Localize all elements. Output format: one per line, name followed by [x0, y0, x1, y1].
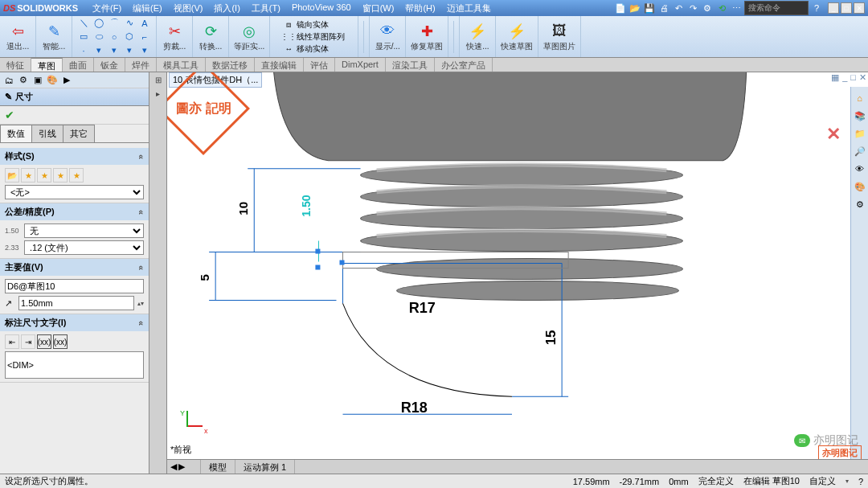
picture-button[interactable]: 🖼 草图图片 — [543, 22, 575, 52]
rebuild-icon[interactable]: ⟲ — [715, 2, 728, 14]
move-entities-button[interactable]: ↔移动实体 — [283, 43, 345, 55]
circle-tool-icon[interactable]: ◯ — [92, 18, 105, 29]
display-button[interactable]: 👁 显示/... — [375, 22, 400, 52]
tab-sheetmetal[interactable]: 钣金 — [94, 58, 125, 72]
more2-icon[interactable]: ▾ — [108, 45, 121, 56]
exit-sketch-button[interactable]: ⇦ 退出... — [5, 22, 31, 52]
tolerance-section-header[interactable]: 公差/精度(P) — [0, 203, 149, 220]
point-tool-icon[interactable]: · — [77, 45, 90, 56]
display-icon[interactable]: ▣ — [32, 75, 43, 86]
more1-icon[interactable]: ▾ — [92, 45, 105, 56]
style-fav2-icon[interactable]: ★ — [37, 168, 51, 182]
min-button[interactable]: _ — [828, 2, 839, 14]
menu-tools[interactable]: 工具(T) — [247, 1, 285, 16]
ellipse-tool-icon[interactable]: ○ — [108, 31, 121, 43]
mirror-button[interactable]: ⧈镜向实体 — [283, 19, 345, 31]
repair-button[interactable]: ✚ 修复草图 — [411, 22, 443, 52]
menu-maidi[interactable]: 迈迪工具集 — [442, 1, 496, 16]
redo-icon[interactable]: ↷ — [686, 2, 699, 14]
search-command-input[interactable]: 搜索命令 — [744, 1, 809, 15]
tab-weldments[interactable]: 焊件 — [125, 58, 157, 72]
tab-directedit[interactable]: 直接编辑 — [255, 58, 304, 72]
trim-button[interactable]: ✂ 剪裁... — [162, 22, 187, 52]
tab-motion[interactable]: 运动算例 1 — [235, 460, 295, 474]
more3-icon[interactable]: ▾ — [123, 45, 136, 56]
smart-dimension-button[interactable]: ✎ 智能... — [41, 22, 67, 52]
fillet-tool-icon[interactable]: ⌐ — [138, 31, 151, 43]
dimtext-section-header[interactable]: 标注尺寸文字(I) — [0, 314, 149, 331]
max-button[interactable]: □ — [841, 2, 852, 14]
save-icon[interactable]: 💾 — [643, 2, 656, 14]
rect-tool-icon[interactable]: ▭ — [77, 31, 90, 43]
menu-photoview[interactable]: PhotoView 360 — [287, 1, 356, 16]
menu-help[interactable]: 帮助(H) — [400, 1, 440, 16]
tab-moldtools[interactable]: 模具工具 — [157, 58, 206, 72]
more-icon[interactable]: ▶ — [61, 75, 72, 86]
appearance-icon[interactable]: 🎨 — [47, 75, 58, 86]
style-section-header[interactable]: 样式(S) — [0, 148, 149, 165]
help-icon[interactable]: ? — [810, 2, 823, 14]
textbox2-icon[interactable]: (xx) — [53, 334, 68, 349]
tab-datamig[interactable]: 数据迁移 — [206, 58, 255, 72]
tab-office[interactable]: 办公室产品 — [435, 58, 493, 72]
quick-sketch-button[interactable]: ⚡ 快速草图 — [501, 22, 533, 52]
arc-tool-icon[interactable]: ⌒ — [108, 18, 121, 29]
text-tool-icon[interactable]: A — [138, 18, 151, 29]
tab-dimxpert[interactable]: DimXpert — [335, 58, 386, 72]
primary-section-header[interactable]: 主要值(V) — [0, 259, 149, 276]
ok-button[interactable]: ✔ — [0, 106, 149, 125]
spinner-icon[interactable]: ▴▾ — [137, 300, 144, 307]
config-icon[interactable]: ⚙ — [18, 75, 29, 86]
close-button[interactable]: ✕ — [854, 2, 865, 14]
offset-button[interactable]: ◎ 等距实... — [234, 22, 264, 52]
status-dropdown-icon[interactable]: ▾ — [845, 478, 849, 485]
textpos2-icon[interactable]: ⇥ — [21, 334, 35, 349]
convert-button[interactable]: ⟳ 转换... — [198, 22, 223, 52]
more4-icon[interactable]: ▾ — [138, 45, 151, 56]
dimension-name-input[interactable] — [5, 279, 144, 293]
new-icon[interactable]: 📄 — [614, 2, 627, 14]
dimension-value-input[interactable] — [18, 296, 134, 310]
tolerance-select[interactable]: 无 — [24, 223, 144, 238]
style-load-icon[interactable]: 📂 — [5, 168, 19, 182]
line-tool-icon[interactable]: ＼ — [77, 18, 90, 29]
menu-view[interactable]: 视图(V) — [169, 1, 208, 16]
subtab-other[interactable]: 其它 — [63, 125, 95, 142]
tab-features[interactable]: 特征 — [0, 58, 31, 72]
tab-sketch[interactable]: 草图 — [31, 58, 63, 72]
dimtext-input[interactable] — [5, 351, 144, 379]
style-fav1-icon[interactable]: ★ — [21, 168, 35, 182]
subtab-value[interactable]: 数值 — [0, 125, 32, 142]
undo-icon[interactable]: ↶ — [672, 2, 685, 14]
tab-render[interactable]: 渲染工具 — [386, 58, 435, 72]
subtab-leader[interactable]: 引线 — [31, 125, 63, 142]
menu-insert[interactable]: 插入(I) — [209, 1, 244, 16]
linear-pattern-button[interactable]: ⋮⋮线性草图阵列 — [283, 31, 345, 43]
tab-model[interactable]: 模型 — [201, 460, 235, 474]
menu-edit[interactable]: 编辑(E) — [128, 1, 167, 16]
status-help-icon[interactable]: ? — [858, 477, 863, 486]
tab-evaluate[interactable]: 评估 — [304, 58, 335, 72]
gutter-expand-icon[interactable]: ⊞ — [155, 76, 162, 84]
spline-tool-icon[interactable]: ∿ — [123, 18, 136, 29]
precision-select[interactable]: .12 (文件) — [24, 240, 144, 255]
textpos1-icon[interactable]: ⇤ — [5, 334, 19, 349]
style-fav4-icon[interactable]: ★ — [69, 168, 84, 182]
poly-tool-icon[interactable]: ⬡ — [123, 31, 136, 43]
graphics-viewport[interactable]: 10.表情包摆件DH（... 🔍 ⛶ ◀ ▦ ◐ ▣ 👁 🎨 ✎ ▾ ▾ ▦ _… — [167, 72, 868, 474]
menu-file[interactable]: 文件(F) — [88, 1, 126, 16]
slot-tool-icon[interactable]: ⬭ — [92, 31, 105, 43]
textbox1-icon[interactable]: (xx) — [37, 334, 51, 349]
tree-icon[interactable]: 🗂 — [3, 75, 14, 86]
quick-button[interactable]: ⚡ 快速... — [465, 22, 490, 52]
open-icon[interactable]: 📂 — [628, 2, 641, 14]
tab-surface[interactable]: 曲面 — [63, 58, 94, 72]
gutter-arrow-icon[interactable]: ▸ — [156, 89, 160, 98]
menu-window[interactable]: 窗口(W) — [358, 1, 399, 16]
more-icon[interactable]: ⋯ — [730, 2, 743, 14]
print-icon[interactable]: 🖨 — [657, 2, 670, 14]
options-icon[interactable]: ⚙ — [701, 2, 714, 14]
style-select[interactable]: <无> — [5, 185, 144, 199]
link-icon[interactable]: ↗ — [5, 298, 15, 309]
status-custom[interactable]: 自定义 — [809, 475, 836, 487]
